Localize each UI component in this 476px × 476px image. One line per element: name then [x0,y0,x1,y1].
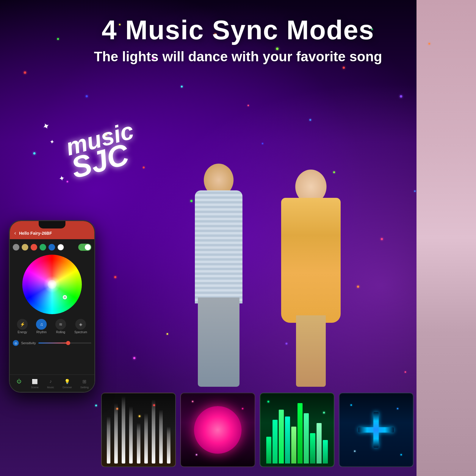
blue-dot-1 [350,404,352,406]
pink-dot-2 [242,408,243,409]
energy-label: Energy [18,331,27,334]
preview-content-1 [102,393,175,466]
nav-scene[interactable]: ⬜ Scene [31,378,39,389]
sensitivity-icon: ◎ [13,340,19,346]
color-wheel-cursor[interactable] [63,295,67,299]
power-icon: ⏻ [15,378,23,385]
white-bar-9 [167,427,170,464]
spectrum-icon: ◈ [75,319,86,330]
nav-power[interactable]: ⏻ [15,378,23,389]
mode-rolling[interactable]: ≋ Rolling [55,319,66,334]
white-bar-1 [107,416,110,464]
setting-label: Setting [80,386,89,389]
dimmer-label: Dimmer [62,386,72,389]
music-mode-buttons: ⚡ Energy ♫ Rhythm ≋ Rolling ◈ Spectrum [13,317,91,336]
spec-bar-7 [304,413,309,464]
dot-3 [153,404,155,406]
spec-bar-10 [323,440,328,464]
sensitivity-row: ◎ Sensitivity [13,339,91,347]
spectrum-label: Spectrum [74,331,87,334]
phone-body: ⚡ Energy ♫ Rhythm ≋ Rolling ◈ Spectrum [10,239,94,375]
spec-bar-9 [317,423,322,464]
dot-2 [139,415,140,417]
rhythm-label: Rhythm [36,331,46,334]
white-bar-6 [144,413,148,464]
power-toggle[interactable] [78,244,91,251]
color-wheel[interactable] [22,255,82,314]
preview-mode-2 [180,393,255,467]
preview-mode-1 [101,393,176,467]
rhythm-icon: ♫ [36,319,47,330]
nav-music[interactable]: ♪ Music [47,378,54,389]
sensitivity-label: Sensitivity [21,341,36,345]
spec-bar-1 [266,437,271,464]
music-nav-icon: ♪ [47,378,54,385]
dimmer-icon: 💡 [64,378,71,385]
green-dot-2 [323,412,325,414]
spec-bar-3 [279,410,284,464]
phone-back-button[interactable]: ‹ [14,230,16,236]
blue-dot-4 [400,454,402,455]
phone-device-name: Hello Fairy-26BF [19,231,52,236]
blue-dot-2 [397,408,398,409]
phone-container: ‹ Hello Fairy-26BF [9,220,95,393]
spec-bar-5 [291,427,296,464]
spec-bar-6 [298,403,303,464]
phone-nav-bar: ⏻ ⬜ Scene ♪ Music 💡 Dimmer ⊞ Setting [10,375,94,392]
setting-icon: ⊞ [81,378,88,385]
subtitle: The lights will dance with your favorite… [0,48,476,65]
preview-grid [101,393,414,467]
phone-screen: ‹ Hello Fairy-26BF [10,221,94,392]
color-swatches-row [13,242,91,252]
nav-setting[interactable]: ⊞ Setting [80,378,89,389]
energy-icon: ⚡ [17,319,28,330]
mode-spectrum[interactable]: ◈ Spectrum [74,319,87,334]
white-bar-4 [129,406,133,464]
mode-energy[interactable]: ⚡ Energy [17,319,28,334]
rolling-icon: ≋ [55,319,66,330]
preview-spectrum-bars [260,393,334,466]
spec-bar-4 [285,416,290,464]
scene-icon: ⬜ [31,378,38,385]
phone-notch [39,221,65,228]
couple-image [104,60,416,387]
preview-pink-circle [194,406,242,454]
nav-dimmer[interactable]: 💡 Dimmer [62,378,72,389]
music-nav-label: Music [47,386,54,389]
sensitivity-fill [38,342,70,344]
preview-blue-cross [358,412,394,448]
music-decoration: music SJC ✦ ✦ ✦ [67,125,139,176]
swatch-gold[interactable] [22,244,28,250]
pink-dot-3 [196,454,197,455]
pink-dot-1 [192,401,193,402]
white-bar-7 [152,400,155,464]
spec-bar-8 [310,433,315,464]
blue-dot-3 [354,450,356,452]
preview-mode-4 [339,393,414,467]
swatch-blue[interactable] [48,244,55,250]
white-bar-3 [122,396,125,464]
white-bar-8 [159,410,163,464]
white-bar-5 [137,423,140,464]
spec-bar-2 [273,420,278,464]
scene-label: Scene [31,386,39,389]
white-bar-2 [114,403,118,464]
green-dot-1 [267,401,269,403]
dot-1 [116,408,118,410]
preview-mode-3 [260,393,334,467]
cross-vertical [373,412,379,448]
main-title: 4 Music Sync Modes [0,15,476,46]
mode-rhythm[interactable]: ♫ Rhythm [36,319,47,334]
header-section: 4 Music Sync Modes The lights will dance… [0,15,476,65]
swatch-green[interactable] [40,244,46,250]
swatch-red[interactable] [31,244,37,250]
rolling-label: Rolling [56,331,65,334]
phone-frame: ‹ Hello Fairy-26BF [9,220,95,393]
swatch-gray[interactable] [13,244,19,250]
sensitivity-slider[interactable] [38,342,91,344]
swatch-white[interactable] [57,244,64,250]
sensitivity-thumb [66,341,70,345]
